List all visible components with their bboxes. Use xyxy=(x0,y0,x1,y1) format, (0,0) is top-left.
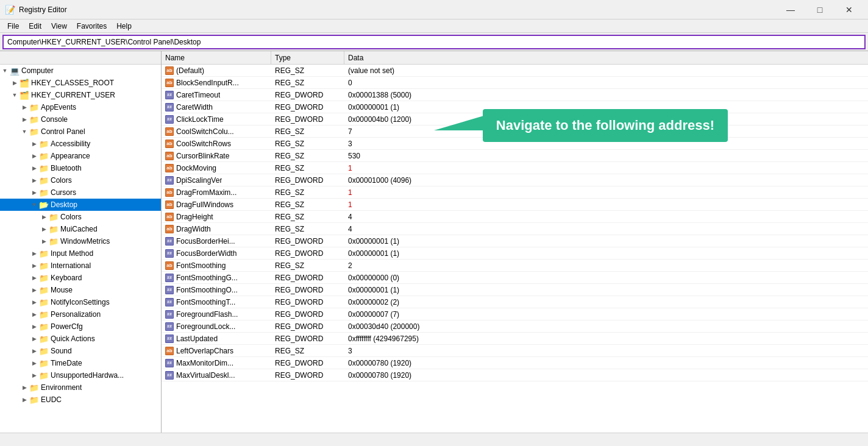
expand-btn-notify_icon_settings[interactable]: ▶ xyxy=(29,297,39,307)
expand-btn-control_panel[interactable]: ▼ xyxy=(20,127,29,136)
tree-item-hkey_current_user[interactable]: ▼🗂️HKEY_CURRENT_USER xyxy=(0,89,161,101)
table-row[interactable]: ##MaxVirtualDeskl...REG_DWORD0x00000780 … xyxy=(162,369,868,381)
table-row[interactable]: ##ForegroundLock...REG_DWORD0x00030d40 (… xyxy=(162,320,868,333)
expand-btn-desktop[interactable]: ▼ xyxy=(29,200,39,210)
tree-item-bluetooth[interactable]: ▶📁Bluetooth xyxy=(0,162,161,174)
expand-btn-desktop_colors[interactable]: ▶ xyxy=(39,212,49,222)
table-row[interactable]: ##ForegroundFlash...REG_DWORD0x00000007 … xyxy=(162,308,868,320)
reg-dword-icon: ## xyxy=(165,359,174,367)
cell-name-11: abDragFullWindows xyxy=(162,199,271,210)
tree-item-appearance[interactable]: ▶📁Appearance xyxy=(0,150,161,162)
menu-favorites[interactable]: Favorites xyxy=(72,21,112,32)
tree-item-desktop_windowmetrics[interactable]: ▶📁WindowMetrics xyxy=(0,235,161,247)
address-input[interactable] xyxy=(2,35,866,49)
table-row[interactable]: abDockMovingREG_SZ1 xyxy=(162,162,868,174)
expand-btn-cursors[interactable]: ▶ xyxy=(29,188,39,197)
tree-item-input_method[interactable]: ▶📁Input Method xyxy=(0,247,161,260)
tree-scroll[interactable]: ▼💻Computer▶🗂️HKEY_CLASSES_ROOT▼🗂️HKEY_CU… xyxy=(0,65,161,433)
expand-btn-hkey_classes_root[interactable]: ▶ xyxy=(10,78,20,88)
expand-btn-input_method[interactable]: ▶ xyxy=(29,249,39,258)
tree-item-sound[interactable]: ▶📁Sound xyxy=(0,345,161,357)
tree-item-mouse[interactable]: ▶📁Mouse xyxy=(0,284,161,296)
expand-btn-personalization[interactable]: ▶ xyxy=(29,310,39,319)
cell-name-13: abDragWidth xyxy=(162,223,271,235)
menu-help[interactable]: Help xyxy=(112,21,137,32)
expand-btn-computer[interactable]: ▼ xyxy=(0,66,10,76)
folder-icon-bluetooth: 📁 xyxy=(39,164,49,172)
tree-item-international[interactable]: ▶📁International xyxy=(0,260,161,272)
table-row[interactable]: ##FocusBorderWidthREG_DWORD0x00000001 (1… xyxy=(162,247,868,260)
tree-item-environment[interactable]: ▶📁Environment xyxy=(0,381,161,394)
tree-item-power_cfg[interactable]: ▶📁PowerCfg xyxy=(0,320,161,333)
close-button[interactable]: ✕ xyxy=(835,0,863,19)
table-row[interactable]: ##MaxMonitorDim...REG_DWORD0x00000780 (1… xyxy=(162,357,868,369)
folder-icon-unsupported_hardwa: 📁 xyxy=(39,371,49,380)
expand-btn-unsupported_hardwa[interactable]: ▶ xyxy=(29,370,39,380)
table-row[interactable]: ##DpiScalingVerREG_DWORD0x00001000 (4096… xyxy=(162,174,868,186)
folder-icon-appevents: 📁 xyxy=(29,103,39,112)
expand-btn-quick_actions[interactable]: ▶ xyxy=(29,334,39,344)
expand-btn-appearance[interactable]: ▶ xyxy=(29,151,39,161)
expand-btn-sound[interactable]: ▶ xyxy=(29,346,39,356)
table-row[interactable]: abDragWidthREG_SZ4 xyxy=(162,223,868,235)
menu-file[interactable]: File xyxy=(2,21,24,32)
expand-btn-bluetooth[interactable]: ▶ xyxy=(29,163,39,173)
tree-item-eudc[interactable]: ▶📁EUDC xyxy=(0,394,161,406)
tree-item-desktop_colors[interactable]: ▶📁Colors xyxy=(0,211,161,223)
table-row[interactable]: ##FocusBorderHei...REG_DWORD0x00000001 (… xyxy=(162,235,868,247)
table-row[interactable]: abCursorBlinkRateREG_SZ530 xyxy=(162,150,868,162)
table-row[interactable]: ##FontSmoothingT...REG_DWORD0x00000002 (… xyxy=(162,296,868,308)
table-row[interactable]: ##LastUpdatedREG_DWORD0xffffffff (429496… xyxy=(162,333,868,345)
cell-data-12: 4 xyxy=(344,211,868,222)
tree-item-appevents[interactable]: ▶📁AppEvents xyxy=(0,101,161,113)
expand-btn-eudc[interactable]: ▶ xyxy=(20,395,29,405)
tree-item-timedate[interactable]: ▶📁TimeDate xyxy=(0,357,161,369)
tree-item-colors[interactable]: ▶📁Colors xyxy=(0,174,161,186)
minimize-button[interactable]: — xyxy=(777,0,805,19)
tree-item-computer[interactable]: ▼💻Computer xyxy=(0,65,161,77)
menu-view[interactable]: View xyxy=(46,21,72,32)
table-row[interactable]: abFontSmoothingREG_SZ2 xyxy=(162,260,868,272)
expand-btn-console[interactable]: ▶ xyxy=(20,115,29,124)
expand-btn-desktop_muicached[interactable]: ▶ xyxy=(39,224,49,234)
tree-item-unsupported_hardwa[interactable]: ▶📁UnsupportedHardwa... xyxy=(0,369,161,381)
cell-type-12: REG_SZ xyxy=(271,211,344,222)
table-row[interactable]: ab(Default)REG_SZ(value not set) xyxy=(162,65,868,77)
tree-item-accessibility[interactable]: ▶📁Accessibility xyxy=(0,138,161,150)
table-row[interactable]: ##FontSmoothingG...REG_DWORD0x00000000 (… xyxy=(162,272,868,284)
tree-item-cursors[interactable]: ▶📁Cursors xyxy=(0,186,161,199)
tree-item-keyboard[interactable]: ▶📁Keyboard xyxy=(0,272,161,284)
tree-item-personalization[interactable]: ▶📁Personalization xyxy=(0,308,161,320)
expand-btn-colors[interactable]: ▶ xyxy=(29,175,39,185)
expand-btn-mouse[interactable]: ▶ xyxy=(29,285,39,295)
table-row[interactable]: abDragHeightREG_SZ4 xyxy=(162,211,868,223)
expand-btn-accessibility[interactable]: ▶ xyxy=(29,139,39,149)
expand-btn-international[interactable]: ▶ xyxy=(29,261,39,271)
tree-item-desktop[interactable]: ▼📂Desktop xyxy=(0,199,161,211)
expand-btn-desktop_windowmetrics[interactable]: ▶ xyxy=(39,236,49,246)
table-row[interactable]: ##FontSmoothingO...REG_DWORD0x00000001 (… xyxy=(162,284,868,296)
tree-item-label-cursors: Cursors xyxy=(51,188,76,197)
table-row[interactable]: ##CaretTimeoutREG_DWORD0x00001388 (5000) xyxy=(162,89,868,101)
expand-btn-environment[interactable]: ▶ xyxy=(20,383,29,392)
reg-dword-icon: ## xyxy=(165,115,174,124)
table-row[interactable]: abDragFromMaxim...REG_SZ1 xyxy=(162,186,868,199)
expand-btn-appevents[interactable]: ▶ xyxy=(20,102,29,112)
tree-item-notify_icon_settings[interactable]: ▶📁NotifyIconSettings xyxy=(0,296,161,308)
tree-item-control_panel[interactable]: ▼📁Control Panel xyxy=(0,126,161,138)
cell-data-15: 0x00000001 (1) xyxy=(344,247,868,259)
tree-item-hkey_classes_root[interactable]: ▶🗂️HKEY_CLASSES_ROOT xyxy=(0,77,161,89)
table-row[interactable]: abLeftOverlapCharsREG_SZ3 xyxy=(162,345,868,357)
expand-btn-power_cfg[interactable]: ▶ xyxy=(29,322,39,331)
tree-item-console[interactable]: ▶📁Console xyxy=(0,113,161,126)
expand-btn-timedate[interactable]: ▶ xyxy=(29,358,39,368)
table-row[interactable]: abBlockSendInputR...REG_SZ0 xyxy=(162,77,868,89)
expand-btn-hkey_current_user[interactable]: ▼ xyxy=(10,90,20,100)
cell-type-14: REG_DWORD xyxy=(271,235,344,247)
expand-btn-keyboard[interactable]: ▶ xyxy=(29,273,39,283)
tree-item-desktop_muicached[interactable]: ▶📁MuiCached xyxy=(0,223,161,235)
tree-item-quick_actions[interactable]: ▶📁Quick Actions xyxy=(0,333,161,345)
table-row[interactable]: abDragFullWindowsREG_SZ1 xyxy=(162,199,868,211)
maximize-button[interactable]: □ xyxy=(806,0,834,19)
menu-edit[interactable]: Edit xyxy=(24,21,46,32)
